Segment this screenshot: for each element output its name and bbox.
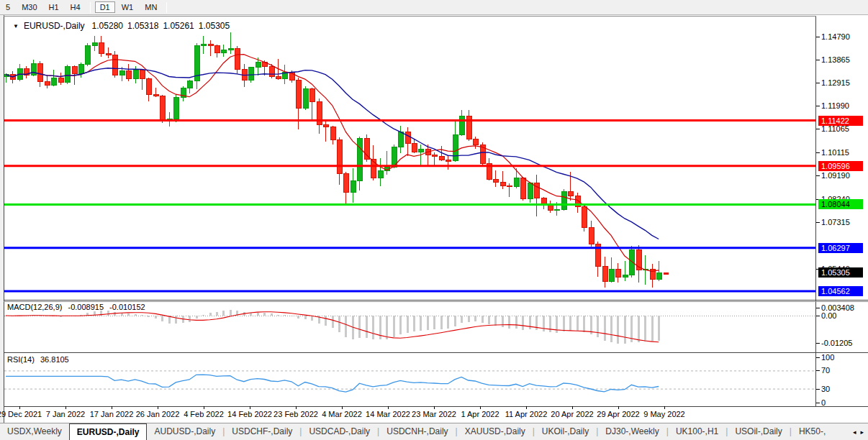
rsi-name: RSI(14): [7, 355, 35, 364]
rsi-tick-label: 30: [821, 385, 864, 394]
rsi-tick-label: 100: [821, 353, 864, 362]
chart-tab-hk50-[interactable]: HK50-,: [792, 423, 833, 440]
date-tick-label: 1 Apr 2022: [461, 410, 499, 418]
date-tick-label: 14 Mar 2022: [366, 410, 410, 418]
price-level-badge: 1.08044: [818, 199, 863, 209]
chart-tab-dj30-weekly[interactable]: DJ30-,Weekly: [598, 423, 666, 440]
chart-tab-usdcad-daily[interactable]: USDCAD-,Daily: [302, 423, 377, 440]
price-tick-label: 1.14790: [821, 32, 864, 42]
date-tick-label: 9 May 2022: [643, 410, 684, 418]
macd-tick-label: 0.00: [821, 311, 864, 321]
chart-tab-usdcnh-daily[interactable]: USDCNH-,Daily: [379, 423, 455, 440]
price-tick-label: 1.11990: [821, 101, 864, 111]
price-level-badge: 1.04562: [818, 286, 863, 296]
date-tick-label: 29 Apr 2022: [597, 410, 639, 418]
rsi-indicator-label: RSI(14) 36.8105: [7, 355, 73, 364]
rsi-value: 36.8105: [40, 355, 69, 364]
date-tick-label: 23 Feb 2022: [273, 410, 318, 418]
low-value: 1.05261: [163, 21, 194, 31]
price-level-badge: 1.06297: [818, 243, 863, 253]
high-value: 1.05318: [127, 21, 158, 31]
macd-name: MACD(12,26,9): [7, 303, 62, 311]
macd-indicator-label: MACD(12,26,9) -0.008915 -0.010152: [7, 303, 149, 311]
tab-scroll-arrows: ◂▸: [850, 423, 867, 440]
tab-scroll-right-icon[interactable]: ▸: [860, 428, 864, 436]
price-tick-label: 1.13865: [821, 55, 864, 65]
macd-tick-label: -0.01205: [821, 339, 864, 348]
chevron-down-icon[interactable]: ▼: [13, 23, 19, 29]
price-level-badge: 1.09596: [818, 161, 863, 171]
date-tick-label: 11 Apr 2022: [505, 410, 548, 418]
chart-tab-usoil-daily[interactable]: USOil-,Daily: [728, 423, 789, 440]
chart-tab-uk100-h1[interactable]: UK100-,H1: [669, 423, 725, 440]
chart-title: ▼ EURUSD-,Daily 1.05280 1.05318 1.05261 …: [13, 21, 234, 31]
price-level-badge: 1.11422: [818, 116, 863, 126]
date-tick-label: 4 Feb 2022: [184, 410, 224, 418]
chart-tab-bar: USDX,WeeklyEURUSD-,DailyAUDUSD-,Daily|US…: [0, 423, 868, 440]
symbol-label: EURUSD-,Daily: [24, 21, 85, 31]
chart-tab-usdx-weekly[interactable]: USDX,Weekly: [0, 423, 69, 440]
macd-value: -0.008915: [68, 303, 104, 311]
date-tick-label: 20 Apr 2022: [551, 410, 593, 418]
price-level-badge: 1.05305: [818, 267, 863, 278]
date-tick-label: 26 Jan 2022: [136, 410, 180, 418]
chart-tab-eurusd-daily[interactable]: EURUSD-,Daily: [69, 423, 148, 440]
date-tick-label: 14 Feb 2022: [227, 410, 272, 418]
date-tick-label: 17 Jan 2022: [90, 410, 134, 418]
date-tick-label: 7 Jan 2022: [46, 410, 85, 418]
open-value: 1.05280: [92, 21, 123, 31]
date-tick-label: 29 Dec 2021: [0, 410, 42, 418]
chart-tab-audusd-daily[interactable]: AUDUSD-,Daily: [147, 423, 222, 440]
mt4-window: 5M30H1H4D1W1MN ▼ EURUSD-,Daily 1.05280 1…: [0, 0, 868, 440]
price-tick-label: 1.10115: [821, 148, 864, 157]
date-tick-label: 23 Mar 2022: [412, 410, 456, 418]
chart-tab-xauusd-daily[interactable]: XAUUSD-,Daily: [458, 423, 533, 440]
rsi-tick-label: 0: [821, 398, 864, 408]
chart-canvas[interactable]: [0, 0, 868, 440]
rsi-tick-label: 70: [821, 366, 864, 375]
price-tick-label: 1.12915: [821, 78, 864, 88]
price-tick-label: 1.07315: [821, 218, 864, 227]
date-tick-label: 4 Mar 2022: [322, 410, 362, 418]
price-tick-label: 1.09190: [821, 171, 864, 180]
macd-signal-value: -0.010152: [109, 303, 145, 311]
close-value: 1.05305: [199, 21, 230, 31]
tab-scroll-left-icon[interactable]: ◂: [853, 428, 856, 436]
chart-tab-ukoil-daily[interactable]: UKOil-,Daily: [535, 423, 596, 440]
price-tick-label: 1.11065: [821, 124, 864, 134]
chart-tab-usdchf-daily[interactable]: USDCHF-,Daily: [225, 423, 299, 440]
